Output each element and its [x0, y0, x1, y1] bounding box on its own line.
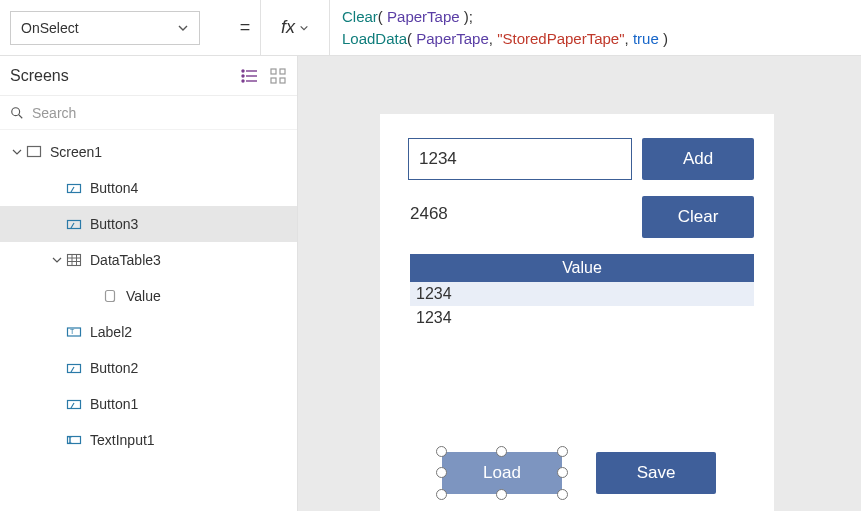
- button-icon: [64, 360, 84, 376]
- resize-handle-ml[interactable]: [436, 467, 447, 478]
- resize-handle-mr[interactable]: [557, 467, 568, 478]
- add-button[interactable]: Add: [642, 138, 754, 180]
- tree-panel: Screens Search Screen1Button4Button3Data…: [0, 56, 298, 511]
- tree-node-label2[interactable]: TLabel2: [0, 314, 297, 350]
- tree-view-toggle: [241, 67, 287, 85]
- tree-node-textinput1[interactable]: TextInput1: [0, 422, 297, 458]
- tree-header: Screens: [0, 56, 297, 96]
- grid-view-icon[interactable]: [269, 67, 287, 85]
- node-label: Screen1: [50, 144, 102, 160]
- svg-rect-13: [68, 185, 81, 193]
- svg-rect-15: [68, 255, 81, 266]
- text-input[interactable]: 1234: [408, 138, 632, 180]
- table-icon: [64, 252, 84, 268]
- tree-node-button2[interactable]: Button2: [0, 350, 297, 386]
- svg-point-4: [242, 75, 244, 77]
- equals-label: =: [230, 0, 260, 55]
- svg-line-11: [19, 114, 23, 118]
- fx-icon: fx: [281, 17, 295, 38]
- node-label: DataTable3: [90, 252, 161, 268]
- table-row[interactable]: 1234: [410, 282, 754, 306]
- resize-handle-tr[interactable]: [557, 446, 568, 457]
- table-row[interactable]: 1234: [410, 306, 754, 330]
- node-label: Label2: [90, 324, 132, 340]
- svg-rect-9: [280, 78, 285, 83]
- data-table[interactable]: Value 12341234: [410, 254, 754, 330]
- button-icon: [64, 396, 84, 412]
- tree-search[interactable]: Search: [0, 96, 297, 130]
- svg-rect-12: [28, 147, 41, 157]
- property-selector[interactable]: OnSelect: [10, 11, 200, 45]
- textinput-icon: [64, 432, 84, 448]
- tree-node-datatable3[interactable]: DataTable3: [0, 242, 297, 278]
- node-label: Value: [126, 288, 161, 304]
- node-label: Button1: [90, 396, 138, 412]
- resize-handle-bc[interactable]: [496, 489, 507, 500]
- resize-handle-bl[interactable]: [436, 489, 447, 500]
- node-label: Button2: [90, 360, 138, 376]
- svg-point-3: [242, 70, 244, 72]
- screen-icon: [24, 144, 44, 160]
- svg-point-10: [12, 107, 20, 115]
- svg-rect-14: [68, 221, 81, 229]
- resize-handle-tc[interactable]: [496, 446, 507, 457]
- button-icon: [64, 216, 84, 232]
- caret-icon[interactable]: [50, 255, 64, 265]
- svg-text:T: T: [70, 328, 75, 335]
- fx-button[interactable]: fx: [260, 0, 330, 55]
- main-area: Screens Search Screen1Button4Button3Data…: [0, 56, 861, 511]
- node-label: Button3: [90, 216, 138, 232]
- column-icon: [100, 288, 120, 304]
- svg-rect-6: [271, 69, 276, 74]
- text-input-value: 1234: [419, 149, 457, 169]
- chevron-down-icon: [177, 22, 189, 34]
- svg-rect-8: [271, 78, 276, 83]
- label-icon: T: [64, 324, 84, 340]
- caret-icon[interactable]: [10, 147, 24, 157]
- resize-handle-br[interactable]: [557, 489, 568, 500]
- tree-node-button1[interactable]: Button1: [0, 386, 297, 422]
- formula-bar: OnSelect = fx Clear( PaperTape );LoadDat…: [0, 0, 861, 56]
- tree-node-button4[interactable]: Button4: [0, 170, 297, 206]
- tree-title: Screens: [10, 67, 69, 85]
- node-label: TextInput1: [90, 432, 155, 448]
- tree-node-value[interactable]: Value: [0, 278, 297, 314]
- svg-rect-7: [280, 69, 285, 74]
- chevron-down-icon: [299, 23, 309, 33]
- button-icon: [64, 180, 84, 196]
- list-view-icon[interactable]: [241, 67, 259, 85]
- node-label: Button4: [90, 180, 138, 196]
- screen-preview: 1234 Add Clear 2468 Value 12341234 Load …: [380, 114, 774, 511]
- table-header: Value: [410, 254, 754, 282]
- svg-rect-23: [68, 365, 81, 373]
- save-button[interactable]: Save: [596, 452, 716, 494]
- tree-list: Screen1Button4Button3DataTable3ValueTLab…: [0, 130, 297, 511]
- tree-node-button3[interactable]: Button3: [0, 206, 297, 242]
- sum-label: 2468: [410, 204, 448, 224]
- load-button[interactable]: Load: [442, 452, 562, 494]
- canvas[interactable]: 1234 Add Clear 2468 Value 12341234 Load …: [298, 56, 861, 511]
- property-name: OnSelect: [21, 20, 79, 36]
- formula-input[interactable]: Clear( PaperTape );LoadData( PaperTape, …: [330, 0, 861, 55]
- property-selector-wrap: OnSelect: [0, 0, 230, 55]
- clear-button[interactable]: Clear: [642, 196, 754, 238]
- search-placeholder: Search: [32, 105, 76, 121]
- search-icon: [10, 106, 24, 120]
- resize-handle-tl[interactable]: [436, 446, 447, 457]
- svg-point-5: [242, 80, 244, 82]
- svg-rect-24: [68, 401, 81, 409]
- tree-node-screen1[interactable]: Screen1: [0, 134, 297, 170]
- svg-rect-20: [106, 291, 115, 302]
